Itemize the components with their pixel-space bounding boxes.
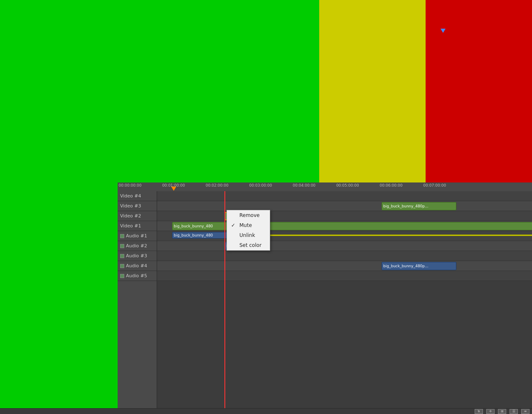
- context-menu-mute[interactable]: Mute: [227, 220, 270, 230]
- context-menu-unlink[interactable]: Unlink: [227, 230, 270, 240]
- time-marker: 00:07:00:00: [423, 183, 446, 187]
- track-row-video4: [157, 191, 532, 201]
- time-marker: 00:05:00:00: [336, 183, 359, 187]
- time-marker: 00:03:00:00: [249, 183, 272, 187]
- track-row-audio1: big_buck_bunny_480: [157, 231, 532, 241]
- track-label-audio5: Audio #5: [118, 271, 157, 281]
- track-row-audio5: [157, 271, 532, 281]
- track-label-audio1: Audio #1: [118, 231, 157, 241]
- track-content-inner: big_buck_bunny_480p... big_buck_bunny ..…: [157, 191, 532, 408]
- track-label-audio4: Audio #4: [118, 261, 157, 271]
- bottom-status-bar: 🖱 ✛ ⊞ ☰ ≡: [0, 408, 532, 414]
- time-marker: 00:04:00:00: [293, 183, 315, 187]
- track-label-audio2: Audio #2: [118, 241, 157, 251]
- time-marker: 00:02:00:00: [206, 183, 229, 187]
- track-checkbox-audio5[interactable]: [120, 274, 124, 278]
- track-label-video3: Video #3: [118, 201, 157, 211]
- track-labels: Video #4 Video #3 Video #2 Video #1 Audi…: [118, 191, 157, 408]
- track-label-text: Audio #3: [126, 253, 147, 259]
- context-menu: Remove Mute Unlink Set color: [227, 210, 270, 251]
- time-marker: 00:06:00:00: [380, 183, 403, 187]
- status-icon-cursor: ✛: [486, 409, 495, 414]
- context-menu-remove[interactable]: Remove: [227, 210, 270, 220]
- track-label-text: Audio #1: [126, 233, 147, 239]
- preview-row: Clip Preview ● ✕: [118, 18, 532, 182]
- status-icon-list: ≡: [521, 409, 530, 414]
- right-panel: Clip Preview ● ✕: [118, 18, 532, 414]
- track-label-video1: Video #1: [118, 221, 157, 231]
- status-icon-menu: ☰: [510, 409, 518, 414]
- context-menu-set-color[interactable]: Set color: [227, 240, 270, 250]
- track-label-text: Audio #5: [126, 273, 147, 278]
- track-checkbox-audio1[interactable]: [120, 234, 124, 238]
- track-label-text: Audio #4: [126, 263, 147, 269]
- track-label-text: Audio #2: [126, 243, 147, 249]
- track-clip[interactable]: big_buck_bunny_480: [172, 222, 532, 230]
- timeline-ruler: 00:00:00:00 00:01:00:00 00:02:00:00 00:0…: [118, 182, 532, 191]
- track-checkbox-audio4[interactable]: [120, 264, 124, 268]
- project-ruler: [326, 164, 532, 167]
- track-label-text: Video #2: [120, 213, 141, 219]
- track-row-video3: big_buck_bunny_480p...: [157, 201, 532, 211]
- timeline-playhead-marker: [171, 187, 176, 191]
- track-checkbox-audio3[interactable]: [120, 254, 124, 258]
- track-label-video4: Video #4: [118, 191, 157, 201]
- track-row-video1: big_buck_bunny_480: [157, 221, 532, 231]
- track-label-text: Video #1: [120, 223, 141, 229]
- track-label-audio3: Audio #3: [118, 251, 157, 261]
- track-label-video2: Video #2: [118, 211, 157, 221]
- time-marker: 00:00:00:00: [118, 183, 141, 187]
- track-row-video2: big_buck_bunny ...: [157, 211, 532, 221]
- track-row-audio2: big_buck_b: [157, 241, 532, 251]
- project-preview-panel: Project Preview ● ✕: [326, 18, 532, 182]
- track-label-text: Video #3: [120, 203, 141, 209]
- track-label-text: Video #4: [120, 193, 141, 199]
- track-content: big_buck_bunny_480p... big_buck_bunny ..…: [157, 191, 532, 408]
- track-clip[interactable]: big_buck_bunny_480p...: [382, 202, 456, 210]
- track-row-audio4: big_buck_bunny_480p...: [157, 261, 532, 271]
- ruler-content: 00:00:00:00 00:01:00:00 00:02:00:00 00:0…: [118, 182, 532, 191]
- timeline-tracks: Video #4 Video #3 Video #2 Video #1 Audi…: [118, 191, 532, 408]
- track-row-audio3: [157, 251, 532, 261]
- track-checkbox-audio2[interactable]: [120, 244, 124, 248]
- timeline-area: 00:00:00:00 00:01:00:00 00:02:00:00 00:0…: [118, 182, 532, 414]
- status-icon-mouse: 🖱: [475, 409, 483, 414]
- track-clip[interactable]: big_buck_bunny_480p...: [382, 262, 456, 270]
- status-icon-grid: ⊞: [498, 409, 506, 414]
